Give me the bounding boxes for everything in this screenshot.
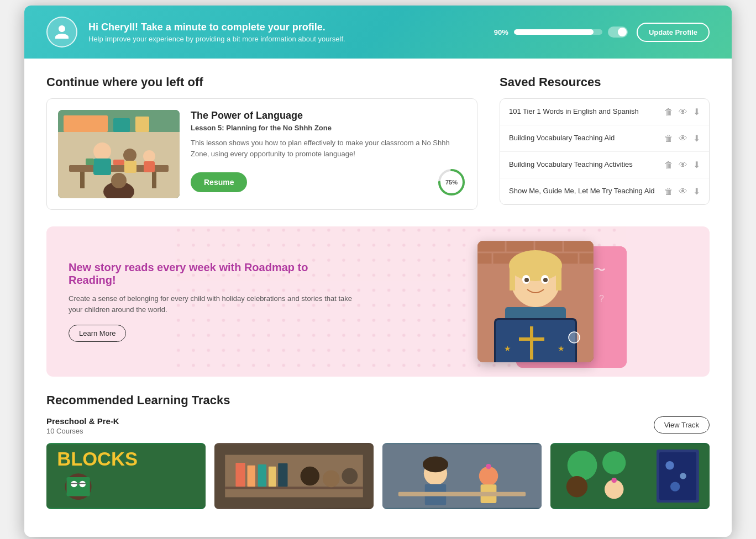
promo-title: New story reads every week with Roadmap …: [69, 261, 356, 287]
svg-point-72: [342, 468, 358, 484]
svg-rect-14: [113, 118, 130, 132]
svg-rect-3: [80, 172, 85, 188]
svg-point-76: [423, 456, 448, 472]
progress-circle: 75%: [437, 168, 466, 197]
svg-rect-33: [564, 241, 594, 252]
svg-rect-6: [93, 158, 111, 175]
recommended-section: Recommended Learning Tracks Preschool & …: [46, 393, 710, 509]
resource-actions: 🗑 👁 ⬇: [664, 133, 700, 144]
svg-point-70: [301, 467, 320, 486]
update-profile-button[interactable]: Update Profile: [637, 23, 710, 42]
left-column: Continue where you left off: [46, 75, 477, 210]
svg-rect-34: [477, 253, 492, 264]
svg-point-71: [323, 470, 340, 487]
track-title: Preschool & Pre-K: [46, 416, 119, 426]
course-thumb-2[interactable]: [214, 443, 374, 509]
banner-text: Hi Cheryll! Take a minute to complete yo…: [88, 22, 483, 43]
course-thumb-4[interactable]: [550, 443, 710, 509]
promo-content: New story reads every week with Roadmap …: [69, 261, 356, 342]
svg-text:?: ?: [599, 294, 604, 303]
resource-actions: 🗑 👁 ⬇: [664, 160, 700, 170]
track-header: Preschool & Pre-K 10 Courses View Track: [46, 416, 710, 435]
promo-banner: New story reads every week with Roadmap …: [46, 226, 710, 377]
svg-rect-68: [269, 467, 276, 487]
svg-rect-73: [382, 444, 542, 508]
delete-icon[interactable]: 🗑: [664, 134, 673, 144]
course-thumbnails: BLOCKS: [46, 443, 710, 509]
course-thumb-3[interactable]: [382, 443, 542, 509]
lesson-subtitle: Lesson 5: Planning for the No Shhh Zone: [191, 124, 466, 132]
lesson-info: The Power of Language Lesson 5: Planning…: [191, 110, 466, 197]
resource-name: Show Me, Guide Me, Let Me Try Teaching A…: [509, 186, 664, 196]
view-icon[interactable]: 👁: [679, 107, 687, 117]
course-thumb-2-img: [214, 443, 374, 509]
delete-icon[interactable]: 🗑: [664, 107, 673, 117]
svg-point-88: [670, 482, 680, 492]
download-icon[interactable]: ⬇: [693, 133, 700, 144]
svg-rect-65: [235, 463, 245, 487]
svg-text:★: ★: [558, 344, 565, 353]
course-thumb-3-img: [382, 443, 542, 509]
view-icon[interactable]: 👁: [679, 134, 687, 144]
download-icon[interactable]: ⬇: [693, 107, 700, 117]
learn-more-button[interactable]: Learn More: [69, 325, 126, 342]
profile-banner: Hi Cheryll! Take a minute to complete yo…: [24, 6, 732, 59]
delete-icon[interactable]: 🗑: [664, 160, 673, 170]
progress-label: 90%: [494, 28, 508, 36]
view-icon[interactable]: 👁: [679, 160, 687, 170]
svg-point-17: [111, 173, 127, 188]
svg-point-86: [665, 461, 674, 469]
delete-icon[interactable]: 🗑: [664, 187, 673, 197]
lesson-actions: Resume 75%: [191, 168, 466, 197]
svg-rect-50: [530, 326, 533, 360]
course-thumb-1[interactable]: BLOCKS: [46, 443, 206, 509]
svg-rect-12: [113, 160, 124, 165]
resource-list: 101 Tier 1 Words in English and Spanish …: [500, 99, 709, 204]
progress-bar-bg: [514, 29, 602, 35]
avatar: [46, 17, 77, 47]
svg-rect-64: [225, 487, 363, 489]
resource-item: 101 Tier 1 Words in English and Spanish …: [500, 99, 709, 125]
top-section: Continue where you left off: [46, 75, 710, 210]
svg-rect-15: [135, 117, 149, 132]
svg-rect-30: [477, 241, 505, 252]
resource-name: Building Vocabulary Teaching Activities: [509, 160, 664, 170]
recommended-section-title: Recommended Learning Tracks: [46, 393, 710, 408]
svg-point-7: [123, 149, 136, 162]
promo-image-area: 〜 ? 〜 〜 〜 ?: [356, 246, 621, 357]
svg-rect-61: [71, 483, 86, 484]
progress-circle-label: 75%: [445, 179, 458, 186]
toggle-switch[interactable]: [608, 27, 628, 38]
svg-rect-85: [659, 452, 696, 500]
svg-rect-41: [510, 268, 515, 290]
svg-rect-38: [579, 253, 594, 264]
svg-point-91: [611, 478, 617, 483]
promo-desc: Create a sense of belonging for every ch…: [69, 293, 356, 315]
svg-point-83: [602, 451, 626, 474]
track-info: Preschool & Pre-K 10 Courses: [46, 416, 119, 435]
progress-bar-fill: [514, 29, 594, 35]
svg-point-9: [143, 150, 155, 162]
classroom-illustration: [58, 110, 180, 198]
resource-name: 101 Tier 1 Words in English and Spanish: [509, 107, 664, 117]
promo-photo: ★ ★: [477, 241, 594, 362]
svg-rect-69: [278, 463, 287, 487]
svg-rect-10: [144, 161, 155, 172]
svg-rect-67: [258, 464, 266, 487]
resource-item: Show Me, Guide Me, Let Me Try Teaching A…: [500, 178, 709, 204]
svg-rect-80: [398, 492, 526, 496]
resume-button[interactable]: Resume: [191, 172, 247, 192]
view-icon[interactable]: 👁: [679, 187, 687, 197]
resource-name: Building Vocabulary Teaching Aid: [509, 133, 664, 143]
download-icon[interactable]: ⬇: [693, 186, 700, 197]
download-icon[interactable]: ⬇: [693, 160, 700, 170]
svg-rect-32: [535, 241, 563, 252]
lesson-thumbnail: [58, 110, 180, 198]
svg-rect-42: [556, 268, 561, 290]
svg-text:〜: 〜: [594, 263, 606, 277]
svg-text:BLOCKS: BLOCKS: [57, 448, 138, 469]
svg-point-45: [524, 278, 529, 282]
right-column: Saved Resources 101 Tier 1 Words in Engl…: [500, 75, 710, 210]
view-track-button[interactable]: View Track: [654, 416, 710, 434]
svg-point-5: [93, 142, 111, 160]
